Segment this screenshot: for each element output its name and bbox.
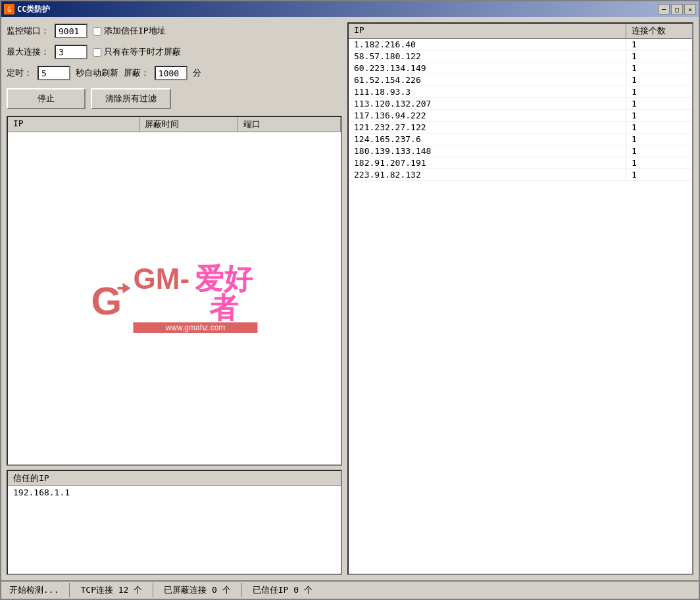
connections-row: 111.18.93.31 [349,86,692,98]
connections-cell-count: 1 [626,51,692,62]
trusted-header-ip: 信任的IP [13,472,49,484]
svg-text:G: G [91,279,122,319]
blocked-header-time: 屏蔽时间 [139,117,238,132]
max-conn-row: 最大连接： 只有在等于时才屏蔽 [7,43,342,61]
connections-row: 180.139.133.1481 [349,145,692,157]
connections-cell-ip: 111.18.93.3 [349,86,626,97]
watermark-ai: 爱好者 [189,264,257,322]
blocked-table-header: IP 屏蔽时间 端口 [8,117,341,132]
connections-cell-ip: 117.136.94.222 [349,110,626,121]
watermark: G GM- 爱好者 [91,264,258,333]
connections-row: 113.120.132.2071 [349,98,692,110]
connections-row: 117.136.94.2221 [349,110,692,122]
status-trusted-ip: 已信任IP 0 个 [242,583,323,597]
block-only-group: 只有在等于时才屏蔽 [93,46,181,58]
status-bar: 开始检测... TCP连接 12 个 已屏蔽连接 0 个 已信任IP 0 个 [1,580,699,599]
status-blocked-conn: 已屏蔽连接 0 个 [153,583,241,597]
port-label: 监控端口： [7,25,49,37]
connections-cell-count: 1 [626,122,692,133]
trusted-header: 信任的IP [8,471,341,486]
connections-cell-count: 1 [626,157,692,168]
add-trust-checkbox[interactable] [93,27,101,36]
port-input[interactable] [55,24,88,38]
block-only-label: 只有在等于时才屏蔽 [104,46,181,58]
app-icon: G [4,4,14,14]
connections-header-ip: IP [349,24,626,38]
shield-input[interactable] [155,66,188,80]
connections-cell-count: 1 [626,145,692,157]
left-panel: 监控端口： 添加信任IP地址 最大连接： 只有在等于时才屏蔽 定时： [7,22,342,575]
connections-cell-count: 1 [626,39,692,50]
blocked-table-body: G GM- 爱好者 [8,132,341,464]
connections-cell-ip: 223.91.82.132 [349,169,626,180]
minimize-button[interactable]: ─ [658,4,670,14]
title-bar-left: G CC类防护 [4,4,50,15]
add-trust-group: 添加信任IP地址 [93,25,166,37]
maximize-button[interactable]: □ [671,4,683,14]
connections-cell-ip: 1.182.216.40 [349,39,626,50]
connections-cell-ip: 182.91.207.191 [349,157,626,168]
watermark-url: www.gmahz.com [134,322,258,333]
connections-cell-ip: 113.120.132.207 [349,98,626,109]
timer-unit: 秒自动刷新 屏蔽： [76,67,149,79]
shield-unit: 分 [193,67,201,79]
blocked-header-port: 端口 [238,117,341,132]
connections-cell-count: 1 [626,86,692,97]
connections-table-body: 1.182.216.40158.57.180.122160.223.134.14… [349,39,692,574]
watermark-logo: G GM- 爱好者 [91,264,258,333]
connections-row: 121.232.27.1221 [349,122,692,134]
connections-row: 124.165.237.61 [349,134,692,145]
watermark-gm: GM- [134,264,190,293]
timer-input[interactable] [38,66,70,80]
stop-button[interactable]: 停止 [7,88,86,109]
connections-cell-ip: 60.223.134.149 [349,63,626,74]
connections-cell-count: 1 [626,63,692,74]
blocked-header-ip: IP [8,117,139,132]
max-conn-label: 最大连接： [7,46,49,58]
connections-header-count: 连接个数 [626,24,692,38]
block-only-checkbox[interactable] [93,48,101,57]
timer-row: 定时： 秒自动刷新 屏蔽： 分 [7,64,342,82]
connections-row: 58.57.180.1221 [349,51,692,63]
watermark-text-row: GM- 爱好者 [134,264,258,322]
connections-cell-ip: 180.139.133.148 [349,145,626,157]
main-content: 监控端口： 添加信任IP地址 最大连接： 只有在等于时才屏蔽 定时： [1,17,699,580]
connections-cell-ip: 61.52.154.226 [349,74,626,86]
timer-label: 定时： [7,67,32,79]
add-trust-label: 添加信任IP地址 [104,25,166,37]
clear-filter-button[interactable]: 清除所有过滤 [91,88,171,109]
max-conn-input[interactable] [55,45,88,59]
window-title: CC类防护 [17,4,50,15]
connections-cell-count: 1 [626,134,692,145]
connections-cell-ip: 121.232.27.122 [349,122,626,133]
status-tcp-conn: TCP连接 12 个 [70,583,153,597]
trusted-body: 192.168.1.1 [8,486,341,574]
connections-cell-count: 1 [626,98,692,109]
connections-row: 1.182.216.401 [349,39,692,51]
connections-row: 182.91.207.1911 [349,157,692,169]
watermark-g-container: G [91,276,131,321]
blocked-table-container: IP 屏蔽时间 端口 G [7,116,342,466]
connections-cell-count: 1 [626,110,692,121]
port-row: 监控端口： 添加信任IP地址 [7,22,342,39]
title-bar: G CC类防护 ─ □ ✕ [1,1,699,17]
connections-table-header: IP 连接个数 [349,24,692,39]
button-row: 停止 清除所有过滤 [7,88,342,109]
connections-cell-ip: 58.57.180.122 [349,51,626,62]
connections-row: 61.52.154.2261 [349,74,692,86]
right-panel: IP 连接个数 1.182.216.40158.57.180.122160.22… [347,22,693,575]
title-buttons: ─ □ ✕ [658,4,696,14]
trusted-ip-row: 192.168.1.1 [13,488,336,497]
status-detecting: 开始检测... [7,583,70,597]
main-window: G CC类防护 ─ □ ✕ 监控端口： 添加信任IP地址 最大连接： [0,0,700,600]
close-button[interactable]: ✕ [684,4,696,14]
watermark-right: GM- 爱好者 www.gmahz.com [134,264,258,333]
connections-cell-ip: 124.165.237.6 [349,134,626,145]
connections-cell-count: 1 [626,169,692,180]
watermark-g-svg: G [91,276,131,319]
connections-cell-count: 1 [626,74,692,86]
trusted-panel: 信任的IP 192.168.1.1 [7,470,342,575]
connections-row: 60.223.134.1491 [349,63,692,74]
connections-row: 223.91.82.1321 [349,169,692,181]
